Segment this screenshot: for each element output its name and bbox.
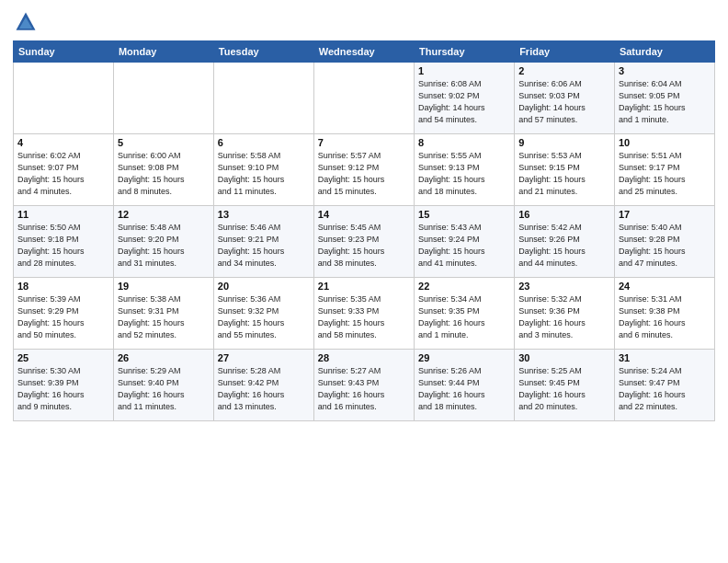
day-number: 16 xyxy=(518,209,610,220)
calendar-cell: 16Sunrise: 5:42 AM Sunset: 9:26 PM Dayli… xyxy=(515,206,615,278)
header xyxy=(13,9,715,35)
calendar-cell: 30Sunrise: 5:25 AM Sunset: 9:45 PM Dayli… xyxy=(515,350,615,421)
calendar-cell: 31Sunrise: 5:24 AM Sunset: 9:47 PM Dayli… xyxy=(614,350,714,421)
day-number: 5 xyxy=(118,137,210,148)
day-number: 18 xyxy=(17,281,109,292)
day-info: Sunrise: 5:51 AM Sunset: 9:17 PM Dayligh… xyxy=(619,150,711,198)
day-number: 27 xyxy=(218,352,310,363)
day-info: Sunrise: 5:46 AM Sunset: 9:21 PM Dayligh… xyxy=(218,222,310,270)
day-number: 30 xyxy=(518,352,610,363)
day-info: Sunrise: 5:29 AM Sunset: 9:40 PM Dayligh… xyxy=(118,365,210,413)
calendar-table: SundayMondayTuesdayWednesdayThursdayFrid… xyxy=(13,40,715,421)
calendar-cell: 28Sunrise: 5:27 AM Sunset: 9:43 PM Dayli… xyxy=(313,350,414,421)
calendar-cell: 17Sunrise: 5:40 AM Sunset: 9:28 PM Dayli… xyxy=(614,206,714,278)
day-info: Sunrise: 6:04 AM Sunset: 9:05 PM Dayligh… xyxy=(619,78,711,126)
day-info: Sunrise: 5:53 AM Sunset: 9:15 PM Dayligh… xyxy=(518,150,610,198)
calendar-cell: 11Sunrise: 5:50 AM Sunset: 9:18 PM Dayli… xyxy=(14,206,114,278)
calendar-week-row-5: 25Sunrise: 5:30 AM Sunset: 9:39 PM Dayli… xyxy=(14,350,715,421)
calendar-cell: 23Sunrise: 5:32 AM Sunset: 9:36 PM Dayli… xyxy=(515,278,615,350)
day-number: 12 xyxy=(118,209,210,220)
day-number: 26 xyxy=(118,352,210,363)
calendar-week-row-4: 18Sunrise: 5:39 AM Sunset: 9:29 PM Dayli… xyxy=(14,278,715,350)
calendar-cell: 4Sunrise: 6:02 AM Sunset: 9:07 PM Daylig… xyxy=(14,134,114,206)
day-info: Sunrise: 5:50 AM Sunset: 9:18 PM Dayligh… xyxy=(17,222,109,270)
calendar-cell: 6Sunrise: 5:58 AM Sunset: 9:10 PM Daylig… xyxy=(213,134,313,206)
day-info: Sunrise: 5:40 AM Sunset: 9:28 PM Dayligh… xyxy=(619,222,711,270)
day-number: 13 xyxy=(218,209,310,220)
day-info: Sunrise: 5:36 AM Sunset: 9:32 PM Dayligh… xyxy=(218,293,310,341)
calendar-cell xyxy=(313,63,414,134)
day-info: Sunrise: 5:30 AM Sunset: 9:39 PM Dayligh… xyxy=(17,365,109,413)
calendar-cell xyxy=(14,63,114,134)
day-info: Sunrise: 5:35 AM Sunset: 9:33 PM Dayligh… xyxy=(318,293,410,341)
day-info: Sunrise: 5:57 AM Sunset: 9:12 PM Dayligh… xyxy=(318,150,410,198)
day-number: 23 xyxy=(518,281,610,292)
day-number: 22 xyxy=(418,281,510,292)
calendar-cell: 5Sunrise: 6:00 AM Sunset: 9:08 PM Daylig… xyxy=(113,134,213,206)
calendar-cell: 9Sunrise: 5:53 AM Sunset: 9:15 PM Daylig… xyxy=(515,134,615,206)
calendar-cell: 7Sunrise: 5:57 AM Sunset: 9:12 PM Daylig… xyxy=(313,134,414,206)
calendar-week-row-3: 11Sunrise: 5:50 AM Sunset: 9:18 PM Dayli… xyxy=(14,206,715,278)
calendar-cell: 20Sunrise: 5:36 AM Sunset: 9:32 PM Dayli… xyxy=(213,278,313,350)
day-info: Sunrise: 5:28 AM Sunset: 9:42 PM Dayligh… xyxy=(218,365,310,413)
day-number: 24 xyxy=(619,281,711,292)
day-number: 11 xyxy=(17,209,109,220)
logo xyxy=(13,9,42,35)
day-info: Sunrise: 5:26 AM Sunset: 9:44 PM Dayligh… xyxy=(418,365,510,413)
day-number: 15 xyxy=(418,209,510,220)
logo-icon xyxy=(13,9,39,35)
calendar-cell: 19Sunrise: 5:38 AM Sunset: 9:31 PM Dayli… xyxy=(113,278,213,350)
day-info: Sunrise: 5:39 AM Sunset: 9:29 PM Dayligh… xyxy=(17,293,109,341)
calendar-cell: 25Sunrise: 5:30 AM Sunset: 9:39 PM Dayli… xyxy=(14,350,114,421)
day-info: Sunrise: 5:34 AM Sunset: 9:35 PM Dayligh… xyxy=(418,293,510,341)
day-info: Sunrise: 6:00 AM Sunset: 9:08 PM Dayligh… xyxy=(118,150,210,198)
calendar-cell: 8Sunrise: 5:55 AM Sunset: 9:13 PM Daylig… xyxy=(415,134,515,206)
day-info: Sunrise: 5:38 AM Sunset: 9:31 PM Dayligh… xyxy=(118,293,210,341)
day-info: Sunrise: 5:42 AM Sunset: 9:26 PM Dayligh… xyxy=(518,222,610,270)
day-number: 10 xyxy=(619,137,711,148)
day-number: 2 xyxy=(518,65,610,76)
day-number: 21 xyxy=(318,281,410,292)
calendar-cell: 18Sunrise: 5:39 AM Sunset: 9:29 PM Dayli… xyxy=(14,278,114,350)
day-number: 8 xyxy=(418,137,510,148)
calendar-header-saturday: Saturday xyxy=(614,41,714,63)
page: SundayMondayTuesdayWednesdayThursdayFrid… xyxy=(0,0,728,427)
calendar-header-thursday: Thursday xyxy=(415,41,515,63)
calendar-cell: 2Sunrise: 6:06 AM Sunset: 9:03 PM Daylig… xyxy=(515,63,615,134)
calendar-cell: 21Sunrise: 5:35 AM Sunset: 9:33 PM Dayli… xyxy=(313,278,414,350)
day-number: 6 xyxy=(218,137,310,148)
calendar-cell: 15Sunrise: 5:43 AM Sunset: 9:24 PM Dayli… xyxy=(415,206,515,278)
calendar-header-wednesday: Wednesday xyxy=(313,41,414,63)
day-info: Sunrise: 6:02 AM Sunset: 9:07 PM Dayligh… xyxy=(17,150,109,198)
calendar-cell: 12Sunrise: 5:48 AM Sunset: 9:20 PM Dayli… xyxy=(113,206,213,278)
calendar-header-sunday: Sunday xyxy=(14,41,114,63)
day-number: 4 xyxy=(17,137,109,148)
day-info: Sunrise: 5:32 AM Sunset: 9:36 PM Dayligh… xyxy=(518,293,610,341)
calendar-cell: 24Sunrise: 5:31 AM Sunset: 9:38 PM Dayli… xyxy=(614,278,714,350)
calendar-cell: 22Sunrise: 5:34 AM Sunset: 9:35 PM Dayli… xyxy=(415,278,515,350)
day-info: Sunrise: 6:08 AM Sunset: 9:02 PM Dayligh… xyxy=(418,78,510,126)
day-number: 28 xyxy=(318,352,410,363)
day-number: 20 xyxy=(218,281,310,292)
day-number: 25 xyxy=(17,352,109,363)
calendar-week-row-2: 4Sunrise: 6:02 AM Sunset: 9:07 PM Daylig… xyxy=(14,134,715,206)
calendar-cell: 10Sunrise: 5:51 AM Sunset: 9:17 PM Dayli… xyxy=(614,134,714,206)
calendar-week-row-1: 1Sunrise: 6:08 AM Sunset: 9:02 PM Daylig… xyxy=(14,63,715,134)
day-number: 17 xyxy=(619,209,711,220)
calendar-header-tuesday: Tuesday xyxy=(213,41,313,63)
day-info: Sunrise: 5:45 AM Sunset: 9:23 PM Dayligh… xyxy=(318,222,410,270)
calendar-cell xyxy=(213,63,313,134)
calendar-cell: 27Sunrise: 5:28 AM Sunset: 9:42 PM Dayli… xyxy=(213,350,313,421)
day-info: Sunrise: 5:27 AM Sunset: 9:43 PM Dayligh… xyxy=(318,365,410,413)
day-info: Sunrise: 5:31 AM Sunset: 9:38 PM Dayligh… xyxy=(619,293,711,341)
calendar-cell: 29Sunrise: 5:26 AM Sunset: 9:44 PM Dayli… xyxy=(415,350,515,421)
calendar-header-monday: Monday xyxy=(113,41,213,63)
day-number: 19 xyxy=(118,281,210,292)
calendar-cell: 14Sunrise: 5:45 AM Sunset: 9:23 PM Dayli… xyxy=(313,206,414,278)
calendar-cell xyxy=(113,63,213,134)
day-info: Sunrise: 5:58 AM Sunset: 9:10 PM Dayligh… xyxy=(218,150,310,198)
day-number: 29 xyxy=(418,352,510,363)
calendar-cell: 26Sunrise: 5:29 AM Sunset: 9:40 PM Dayli… xyxy=(113,350,213,421)
day-info: Sunrise: 5:24 AM Sunset: 9:47 PM Dayligh… xyxy=(619,365,711,413)
day-info: Sunrise: 5:25 AM Sunset: 9:45 PM Dayligh… xyxy=(518,365,610,413)
